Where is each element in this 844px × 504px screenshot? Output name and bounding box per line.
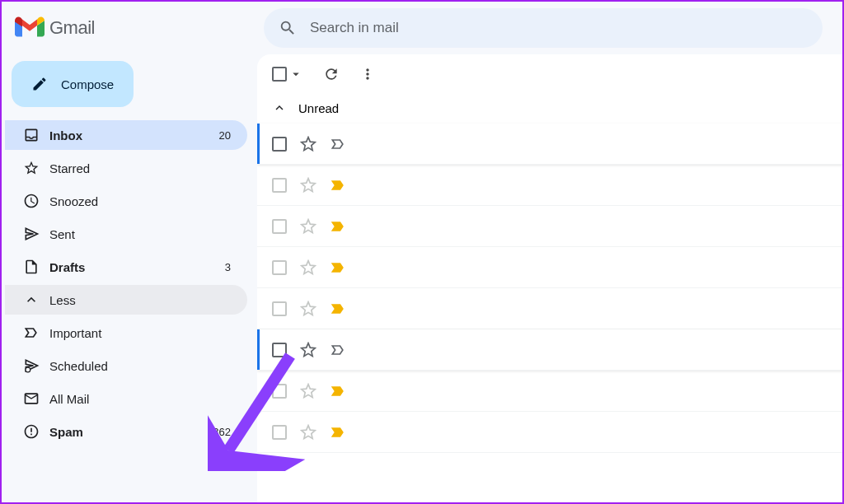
- sidebar-item-label: Starred: [49, 161, 231, 175]
- sidebar-item-starred[interactable]: Starred: [5, 153, 247, 183]
- importance-icon[interactable]: [330, 383, 346, 399]
- compose-button[interactable]: Compose: [12, 61, 134, 107]
- star-icon[interactable]: [300, 301, 316, 317]
- inbox-icon: [23, 127, 40, 143]
- importance-icon[interactable]: [330, 342, 346, 358]
- less-icon: [23, 292, 40, 308]
- sidebar-item-important[interactable]: Important: [5, 318, 247, 348]
- more-vert-icon: [359, 66, 376, 82]
- chevron-up-icon: [272, 100, 287, 115]
- star-icon[interactable]: [300, 259, 316, 276]
- importance-icon[interactable]: [330, 177, 346, 194]
- email-row[interactable]: [257, 206, 842, 247]
- sidebar-item-less[interactable]: Less: [5, 285, 247, 315]
- email-row[interactable]: [257, 329, 842, 371]
- star-icon[interactable]: [300, 136, 316, 152]
- sidebar-item-label: All Mail: [49, 392, 231, 406]
- search-icon: [279, 19, 297, 37]
- logo-area[interactable]: Gmail: [8, 16, 264, 40]
- sidebar-item-label: Less: [49, 293, 231, 307]
- email-row[interactable]: [257, 247, 842, 288]
- sidebar-item-label: Drafts: [49, 260, 225, 274]
- importance-icon[interactable]: [330, 218, 346, 235]
- select-all-checkbox[interactable]: [272, 67, 287, 82]
- sidebar-item-sent[interactable]: Sent: [5, 219, 247, 249]
- starred-icon: [23, 160, 40, 176]
- row-checkbox[interactable]: [272, 137, 287, 152]
- pencil-icon: [31, 76, 48, 92]
- email-row[interactable]: [257, 371, 842, 412]
- sidebar-item-label: Important: [49, 326, 231, 340]
- importance-icon[interactable]: [330, 259, 346, 276]
- allmail-icon: [23, 390, 40, 407]
- main-layout: Compose Inbox20StarredSnoozedSentDrafts3…: [2, 54, 842, 502]
- caret-down-icon: [288, 67, 303, 82]
- more-button[interactable]: [359, 66, 376, 82]
- importance-icon[interactable]: [330, 136, 346, 152]
- scheduled-icon: [23, 357, 40, 374]
- search-bar[interactable]: [264, 8, 823, 48]
- sidebar: Compose Inbox20StarredSnoozedSentDrafts3…: [2, 54, 257, 502]
- importance-icon[interactable]: [330, 424, 346, 441]
- snoozed-icon: [23, 193, 40, 209]
- spam-icon: [23, 423, 40, 440]
- star-icon[interactable]: [300, 383, 316, 399]
- email-row[interactable]: [257, 124, 842, 165]
- email-row[interactable]: [257, 288, 842, 329]
- sidebar-item-inbox[interactable]: Inbox20: [5, 120, 247, 150]
- row-checkbox[interactable]: [272, 343, 287, 357]
- row-checkbox[interactable]: [272, 301, 287, 316]
- sidebar-item-label: Scheduled: [49, 359, 231, 373]
- email-row[interactable]: [257, 412, 842, 453]
- row-checkbox[interactable]: [272, 384, 287, 399]
- refresh-button[interactable]: [323, 66, 340, 82]
- sidebar-item-allmail[interactable]: All Mail: [5, 384, 247, 413]
- row-checkbox[interactable]: [272, 260, 287, 275]
- sidebar-item-spam[interactable]: Spam362: [5, 417, 247, 446]
- sent-icon: [23, 226, 40, 242]
- row-checkbox[interactable]: [272, 178, 287, 193]
- star-icon[interactable]: [300, 177, 316, 194]
- search-input[interactable]: [310, 20, 808, 36]
- app-header: Gmail: [2, 2, 842, 54]
- app-name: Gmail: [49, 17, 95, 39]
- sidebar-item-label: Snoozed: [49, 194, 231, 208]
- select-all-dropdown[interactable]: [272, 67, 303, 82]
- row-checkbox[interactable]: [272, 425, 287, 440]
- star-icon[interactable]: [300, 424, 316, 441]
- sidebar-item-label: Spam: [49, 425, 213, 439]
- important-icon: [23, 324, 40, 341]
- section-header[interactable]: Unread: [257, 94, 842, 124]
- star-icon[interactable]: [300, 218, 316, 235]
- importance-icon[interactable]: [330, 301, 346, 317]
- compose-label: Compose: [61, 77, 114, 91]
- sidebar-item-snoozed[interactable]: Snoozed: [5, 186, 247, 216]
- sidebar-item-count: 20: [219, 129, 231, 142]
- sidebar-item-count: 362: [213, 426, 231, 438]
- sidebar-item-label: Inbox: [49, 128, 219, 142]
- toolbar: [257, 54, 842, 94]
- gmail-logo-icon: [15, 16, 45, 40]
- email-list: [257, 124, 842, 502]
- sidebar-item-drafts[interactable]: Drafts3: [5, 252, 247, 282]
- row-checkbox[interactable]: [272, 219, 287, 234]
- sidebar-item-label: Sent: [49, 227, 231, 241]
- email-row[interactable]: [257, 165, 842, 206]
- svg-point-0: [26, 367, 30, 372]
- sidebar-item-count: 3: [225, 261, 231, 273]
- sidebar-item-scheduled[interactable]: Scheduled: [5, 351, 247, 380]
- drafts-icon: [23, 259, 40, 275]
- star-icon[interactable]: [300, 342, 316, 358]
- section-label: Unread: [298, 101, 339, 115]
- refresh-icon: [323, 66, 340, 82]
- content-panel: Unread: [257, 54, 842, 502]
